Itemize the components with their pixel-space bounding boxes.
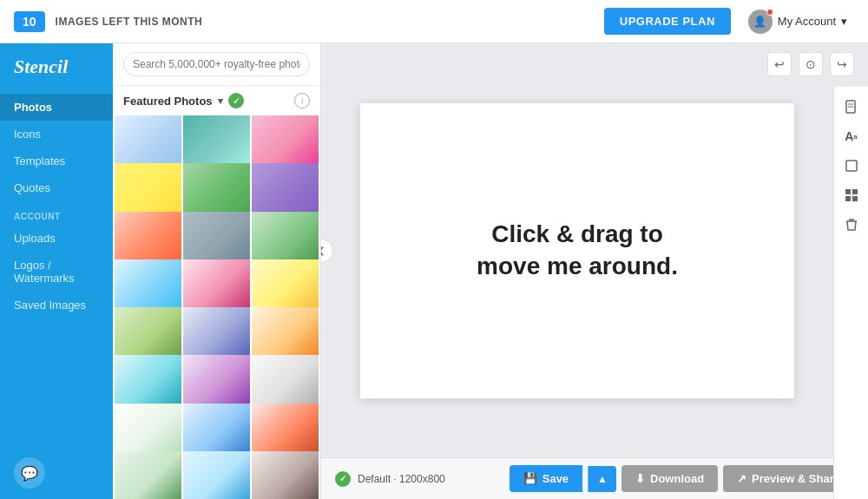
- grid-tool-button[interactable]: [838, 182, 865, 208]
- svg-rect-7: [852, 196, 858, 201]
- chevron-down-icon: ▾: [841, 15, 847, 28]
- history-button[interactable]: ⊙: [799, 52, 823, 76]
- topbar-left: 10 IMAGES LEFT THIS MONTH: [14, 11, 202, 32]
- chat-icon-button[interactable]: 💬: [14, 457, 45, 489]
- sidebar-item-saved-images[interactable]: Saved Images: [0, 292, 113, 318]
- redo-button[interactable]: ↪: [830, 52, 854, 76]
- delete-tool-button[interactable]: [838, 212, 865, 238]
- green-check-icon: [228, 93, 244, 108]
- collapse-panel-button[interactable]: ❮: [321, 239, 333, 263]
- account-label: My Account: [778, 15, 836, 28]
- sidebar-item-photos[interactable]: Photos: [0, 94, 113, 121]
- shape-tool-button[interactable]: [838, 153, 865, 179]
- featured-title-text: Featured Photos: [123, 95, 213, 108]
- save-button[interactable]: 💾 Save: [510, 465, 582, 492]
- topbar: 10 IMAGES LEFT THIS MONTH UPGRADE PLAN 👤…: [0, 0, 868, 43]
- sidebar-item-templates[interactable]: Templates: [0, 148, 113, 174]
- photo-grid: [113, 115, 320, 499]
- photo-thumb[interactable]: [252, 451, 319, 499]
- topbar-right: UPGRADE PLAN 👤 My Account ▾: [604, 6, 854, 37]
- undo-button[interactable]: ↩: [767, 52, 792, 76]
- account-button[interactable]: 👤 My Account ▾: [741, 6, 854, 37]
- upgrade-button[interactable]: UPGRADE PLAN: [604, 8, 731, 35]
- sidebar-nav: Photos Icons Templates Quotes ACCOUNT Up…: [0, 87, 113, 325]
- canvas-wrapper: ❮ Click & drag to move me around.: [321, 43, 868, 457]
- download-label: Download: [650, 472, 704, 485]
- canvas-bottom-bar: ✓ Default · 1200x800 💾 Save ▲ ⬇ Download…: [321, 457, 868, 499]
- search-input[interactable]: [123, 52, 310, 76]
- photos-panel: Featured Photos ▾ i: [113, 43, 321, 499]
- canvas-board[interactable]: Click & drag to move me around.: [360, 103, 794, 398]
- canvas-size-label: Default · 1200x800: [358, 473, 445, 485]
- svg-rect-3: [846, 161, 857, 171]
- drag-text-line1: Click & drag to: [491, 220, 663, 247]
- notification-dot: [766, 9, 773, 16]
- canvas-size-info: ✓ Default · 1200x800: [335, 471, 445, 487]
- sidebar-item-uploads[interactable]: Uploads: [0, 225, 113, 252]
- photo-thumb[interactable]: [115, 451, 181, 499]
- featured-chevron-icon[interactable]: ▾: [218, 95, 223, 107]
- search-area: [113, 43, 320, 86]
- sidebar-item-logos-watermarks[interactable]: Logos / Watermarks: [0, 252, 113, 292]
- featured-header: Featured Photos ▾ i: [113, 86, 320, 115]
- sidebar: Stencil Photos Icons Templates Quotes AC…: [0, 43, 113, 499]
- text-tool-button[interactable]: Aa: [838, 123, 865, 149]
- svg-rect-4: [845, 189, 851, 194]
- svg-rect-5: [852, 189, 858, 194]
- app-logo: Stencil: [0, 43, 113, 87]
- featured-title: Featured Photos ▾: [123, 93, 244, 108]
- action-buttons: 💾 Save ▲ ⬇ Download ↗ Preview & Share: [510, 465, 854, 492]
- svg-rect-6: [845, 196, 851, 201]
- preview-icon: ↗: [737, 472, 746, 485]
- avatar: 👤: [748, 10, 773, 34]
- page-tool-button[interactable]: [838, 94, 865, 120]
- canvas-area: ↩ ⊙ ↪ ❮ Click & drag to move me around. …: [321, 43, 868, 499]
- download-icon: ⬇: [635, 472, 645, 485]
- download-button[interactable]: ⬇ Download: [621, 465, 718, 492]
- save-dropdown-button[interactable]: ▲: [588, 466, 616, 492]
- account-section-label: ACCOUNT: [0, 201, 113, 225]
- drag-text-line2: move me around.: [477, 253, 678, 279]
- sidebar-item-quotes[interactable]: Quotes: [0, 174, 113, 201]
- preview-label: Preview & Share: [752, 472, 840, 485]
- canvas-toolbar: ↩ ⊙ ↪: [767, 52, 854, 76]
- right-tools-panel: Aa: [833, 87, 868, 499]
- images-left-label: IMAGES LEFT THIS MONTH: [56, 16, 203, 28]
- canvas-drag-text: Click & drag to move me around.: [477, 219, 678, 282]
- main-layout: Stencil Photos Icons Templates Quotes AC…: [0, 43, 868, 499]
- sidebar-item-icons[interactable]: Icons: [0, 121, 113, 148]
- info-icon[interactable]: i: [294, 93, 310, 108]
- size-badge: ✓: [335, 471, 351, 487]
- photo-thumb[interactable]: [183, 451, 250, 499]
- sidebar-bottom: 💬: [0, 447, 113, 499]
- images-left-count: 10: [14, 11, 45, 32]
- save-label: Save: [542, 472, 569, 485]
- save-icon: 💾: [523, 472, 537, 485]
